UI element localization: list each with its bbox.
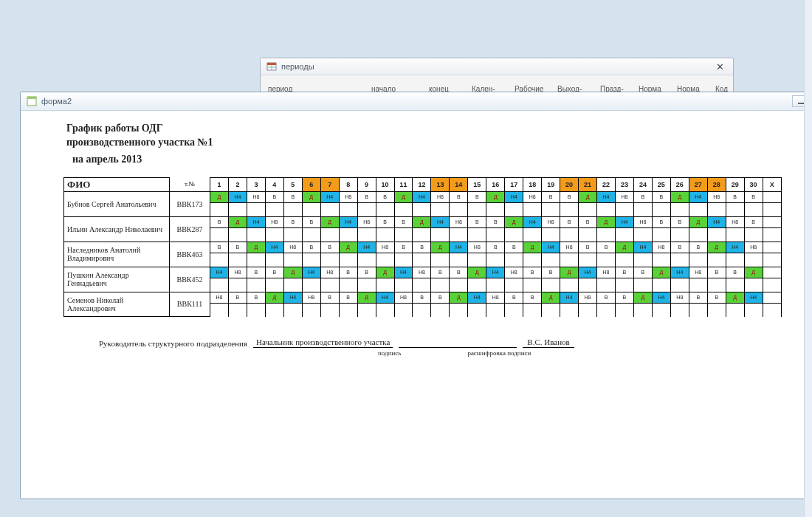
- form-icon: [27, 96, 37, 106]
- shift-cell: В: [689, 242, 707, 253]
- shift-cell: Д: [486, 191, 505, 202]
- shift-cell: Д: [302, 191, 320, 202]
- shift-cell: Н4: [689, 191, 707, 202]
- shift-cell: Н4: [505, 191, 523, 202]
- shift-cell: В: [210, 216, 229, 227]
- table-row: Ильин Александр НиколаевичВВК287ВДН4Н8ВВ…: [64, 216, 782, 227]
- header-day: 19: [542, 177, 560, 191]
- shift-cell: В: [652, 216, 670, 227]
- shift-cell: Д: [597, 216, 616, 227]
- shift-cell: Н8: [339, 191, 357, 202]
- shift-cell: В: [523, 267, 542, 278]
- shift-cell: Д: [320, 216, 339, 227]
- shift-cell: Д: [579, 191, 597, 202]
- header-day: 28: [707, 177, 726, 191]
- shift-cell: Н8: [376, 242, 394, 253]
- header-day: 27: [689, 177, 707, 191]
- shift-cell: Н4: [413, 191, 431, 202]
- header-day: 17: [505, 177, 523, 191]
- shift-cell: В: [560, 216, 579, 227]
- header-day: 2: [228, 177, 247, 191]
- shift-cell: Н4: [228, 191, 247, 202]
- shift-cell: Д: [468, 267, 486, 278]
- shift-cell: Н8: [413, 267, 431, 278]
- shift-cell: В: [394, 242, 413, 253]
- employee-number: ВВК452: [170, 267, 210, 292]
- periods-titlebar[interactable]: периоды ✕: [261, 58, 733, 75]
- shift-cell: Д: [633, 292, 652, 303]
- header-day: 30: [744, 177, 763, 191]
- header-day: 13: [431, 177, 450, 191]
- shift-cell: В: [265, 267, 283, 278]
- shift-cell: Н8: [633, 216, 652, 227]
- shift-cell: Н4: [320, 191, 339, 202]
- shift-cell: В: [579, 242, 597, 253]
- shift-cell: Н8: [320, 267, 339, 278]
- shift-cell: Д: [394, 191, 413, 202]
- report-title: График работы ОДГ производственного учас…: [63, 122, 782, 177]
- shift-cell: Н4: [542, 242, 560, 253]
- shift-cell: Н4: [597, 191, 616, 202]
- shift-cell: Н8: [486, 292, 505, 303]
- shift-cell: Н4: [560, 292, 579, 303]
- form-window: форма2 График работы ОДГ производственно…: [20, 92, 812, 499]
- shift-cell: В: [468, 216, 486, 227]
- form-title: форма2: [41, 97, 72, 106]
- header-day: X: [763, 177, 781, 191]
- shift-cell: Н8: [615, 191, 633, 202]
- header-day: 12: [413, 177, 431, 191]
- shift-cell: В: [633, 191, 652, 202]
- shift-cell: В: [707, 267, 726, 278]
- header-day: 4: [265, 177, 283, 191]
- shift-cell: Н4: [450, 242, 468, 253]
- shift-cell: Н4: [302, 267, 320, 278]
- shift-cell: Д: [283, 267, 302, 278]
- signature-role: Начальник производственного участка: [253, 338, 393, 348]
- scrollbar[interactable]: [804, 0, 812, 517]
- shift-cell: Н4: [579, 267, 597, 278]
- shift-cell: Н8: [523, 191, 542, 202]
- table-row: Пушкин Александр ГеннадьевичВВК452Н4Н8ВВ…: [64, 267, 782, 278]
- shift-cell: В: [505, 242, 523, 253]
- shift-cell: Н8: [505, 267, 523, 278]
- shift-cell: Д: [265, 292, 283, 303]
- employee-number: ВВК463: [170, 242, 210, 267]
- shift-cell: В: [450, 267, 468, 278]
- shift-cell: В: [670, 216, 689, 227]
- shift-cell: В: [726, 267, 744, 278]
- shift-cell: Н8: [247, 191, 265, 202]
- header-tno: т.№: [170, 177, 210, 191]
- shift-cell: В: [413, 292, 431, 303]
- shift-cell: Н4: [247, 216, 265, 227]
- shift-cell: В: [615, 267, 633, 278]
- shift-cell: Д: [376, 267, 394, 278]
- shift-cell: Н4: [376, 292, 394, 303]
- shift-cell: В: [357, 191, 376, 202]
- header-day: 1: [210, 177, 229, 191]
- shift-cell: Д: [450, 292, 468, 303]
- header-day: 8: [339, 177, 357, 191]
- shift-cell: Н4: [357, 242, 376, 253]
- header-day: 18: [523, 177, 542, 191]
- shift-cell: Н8: [652, 242, 670, 253]
- header-day: 25: [652, 177, 670, 191]
- shift-cell: В: [689, 292, 707, 303]
- shift-cell: В: [283, 216, 302, 227]
- shift-cell: Д: [652, 267, 670, 278]
- signature-sublabels: подпись расшифровка подписи: [99, 349, 782, 357]
- shift-cell: В: [431, 292, 450, 303]
- shift-cell: В: [302, 242, 320, 253]
- shift-cell: В: [579, 216, 597, 227]
- shift-cell: В: [376, 191, 394, 202]
- close-icon[interactable]: ✕: [713, 61, 727, 72]
- header-day: 9: [357, 177, 376, 191]
- shift-cell: В: [339, 267, 357, 278]
- shift-cell: [763, 267, 781, 278]
- shift-cell: В: [228, 242, 247, 253]
- shift-cell: В: [320, 292, 339, 303]
- shift-cell: Д: [560, 267, 579, 278]
- table-icon: [266, 61, 277, 72]
- shift-cell: В: [726, 191, 744, 202]
- form-titlebar[interactable]: форма2: [21, 92, 812, 111]
- header-day: 7: [320, 177, 339, 191]
